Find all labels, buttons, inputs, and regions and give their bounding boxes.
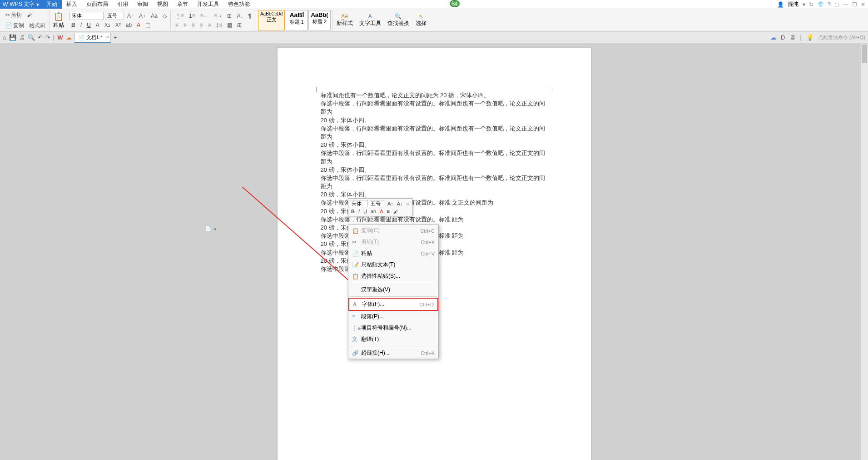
- menu-paste-text[interactable]: 📝 只粘贴文本(T): [348, 259, 438, 270]
- style-heading1[interactable]: AaBl 标题 1: [286, 10, 308, 30]
- strike-button[interactable]: A: [94, 21, 101, 29]
- shirt-icon[interactable]: 👕: [817, 1, 824, 8]
- side-widget[interactable]: 📄 ◂: [205, 225, 216, 232]
- sub-button[interactable]: X₂: [103, 21, 112, 29]
- align-center-button[interactable]: ≡: [182, 21, 188, 29]
- print-preview-icon[interactable]: 🔍: [28, 34, 35, 41]
- font-name-select[interactable]: [69, 12, 104, 20]
- align-right-button[interactable]: ≡: [190, 21, 197, 29]
- mini-fontcolor-button[interactable]: A: [378, 208, 384, 215]
- help-icon[interactable]: ?: [828, 1, 831, 8]
- document-tab[interactable]: 📄 文档1 * ×: [74, 33, 111, 43]
- char-border-button[interactable]: ⬚: [144, 21, 152, 29]
- redo-icon[interactable]: ↷: [45, 34, 50, 41]
- mini-grow-icon[interactable]: A↑: [386, 200, 395, 207]
- app-logo[interactable]: W WPS 文字 ▾: [0, 0, 42, 9]
- increase-indent-button[interactable]: ≡→: [212, 12, 224, 20]
- new-tab-icon[interactable]: +: [114, 34, 117, 41]
- decrease-indent-button[interactable]: ≡←: [198, 12, 210, 20]
- mini-underline-button[interactable]: U: [362, 208, 368, 215]
- sup-button[interactable]: X²: [114, 21, 123, 29]
- shrink-font-icon[interactable]: A↓: [137, 12, 148, 20]
- mini-list-icon[interactable]: ≡: [405, 200, 411, 207]
- style-heading2[interactable]: AaBb( 标题 2: [308, 10, 330, 30]
- menu-reconvert[interactable]: 汉字重选(V): [348, 284, 438, 295]
- menu-translate[interactable]: 文 翻译(T): [348, 334, 438, 345]
- scrollbar-thumb[interactable]: [862, 45, 867, 63]
- mini-size-select[interactable]: [369, 200, 385, 207]
- distribute-button[interactable]: ≡: [206, 21, 213, 29]
- new-style-button[interactable]: A̲A 新样式: [334, 12, 356, 28]
- menu-bullets-numbering[interactable]: ⋮≡ 项目符号和编号(N)...: [348, 322, 438, 334]
- tab-developer[interactable]: 开发工具: [193, 0, 223, 9]
- tab-review[interactable]: 审阅: [133, 0, 153, 9]
- sync-icon[interactable]: ↻: [809, 1, 813, 8]
- mini-font-select[interactable]: [350, 200, 368, 207]
- menu-hyperlink[interactable]: 🔗 超链接(H)... Ctrl+K: [348, 347, 438, 359]
- show-marks-button[interactable]: ¶: [246, 12, 253, 20]
- menu-paste-special[interactable]: 📋 选择性粘贴(S)...: [348, 270, 438, 282]
- mini-bold-button[interactable]: B: [350, 208, 356, 215]
- tab-special[interactable]: 特色功能: [223, 0, 254, 9]
- menu-paste[interactable]: 📄 粘贴 Ctrl+V: [348, 248, 438, 259]
- maximize-icon[interactable]: ☐: [852, 1, 857, 8]
- bulb-icon[interactable]: 💡: [806, 34, 813, 41]
- underline-button[interactable]: U: [85, 21, 93, 29]
- grow-font-icon[interactable]: A↑: [125, 12, 136, 20]
- d-icon[interactable]: D: [781, 34, 785, 41]
- mini-align-button[interactable]: ≡: [386, 208, 391, 215]
- tab-page-layout[interactable]: 页面布局: [82, 0, 113, 9]
- minimize-icon[interactable]: —: [843, 1, 848, 8]
- mini-italic-button[interactable]: I: [357, 208, 361, 215]
- line-spacing-button[interactable]: ‡≡: [214, 21, 224, 29]
- border-button[interactable]: ⊞: [235, 21, 243, 29]
- mini-shrink-icon[interactable]: A↓: [396, 200, 404, 207]
- clear-format-icon[interactable]: ◇: [161, 12, 169, 20]
- italic-button[interactable]: I: [79, 21, 84, 29]
- change-case-icon[interactable]: Aa: [149, 12, 159, 20]
- align-left-button[interactable]: ≡: [174, 21, 180, 29]
- bullets-button[interactable]: ⋮≡: [174, 12, 186, 20]
- wps-w-icon[interactable]: W: [57, 34, 63, 41]
- font-color-button[interactable]: A: [135, 21, 142, 29]
- monitor-icon[interactable]: 🖥: [789, 34, 795, 41]
- doc-tab-close-icon[interactable]: ×: [106, 34, 109, 40]
- user-avatar-icon[interactable]: 👤: [777, 1, 784, 8]
- print-icon[interactable]: 🖨: [19, 34, 25, 41]
- style-normal[interactable]: AaBbCcDd 正文: [258, 10, 285, 30]
- menu-cut[interactable]: ✂ 剪切(T) Ctrl+X: [348, 236, 438, 248]
- numbering-button[interactable]: 1≡: [187, 12, 197, 20]
- sort-button[interactable]: A↓: [235, 12, 245, 20]
- menu-font[interactable]: A 字体(F)... Ctrl+D: [348, 298, 438, 311]
- highlight-button[interactable]: ab: [124, 21, 134, 29]
- vertical-scrollbar[interactable]: [861, 44, 868, 460]
- shading-button[interactable]: ▦: [225, 21, 234, 29]
- home-icon[interactable]: ⌂: [3, 34, 6, 41]
- align-justify-button[interactable]: ≡: [198, 21, 205, 29]
- close-window-icon[interactable]: ✕: [861, 1, 865, 8]
- wps-cloud-icon[interactable]: ☁: [66, 34, 72, 41]
- find-replace-button[interactable]: 🔍 查找替换: [385, 12, 412, 28]
- tab-start[interactable]: 开始: [42, 0, 62, 9]
- format-painter-button[interactable]: 格式刷: [27, 21, 47, 30]
- font-size-select[interactable]: [105, 12, 124, 20]
- heart-icon[interactable]: ♥: [802, 1, 805, 8]
- copy-button[interactable]: 📄 复制: [4, 21, 26, 30]
- text-tools-button[interactable]: A 文字工具: [357, 12, 384, 28]
- tab-settings-button[interactable]: ⊞: [225, 12, 233, 20]
- bold-button[interactable]: B: [69, 21, 77, 29]
- mini-format-painter-button[interactable]: 🖌: [392, 208, 400, 215]
- screen-icon[interactable]: ▢: [834, 1, 839, 8]
- mini-highlight-button[interactable]: ab: [369, 208, 377, 215]
- app-dropdown-icon[interactable]: ▾: [36, 1, 39, 8]
- notification-badge[interactable]: 54: [450, 0, 460, 7]
- paste-button[interactable]: 📋 粘贴: [50, 10, 67, 30]
- search-hint[interactable]: 点此查找命令 (Alt+Q): [818, 34, 865, 41]
- cloud-icon[interactable]: ☁: [770, 34, 776, 41]
- cut-button[interactable]: ✂ 剪切: [4, 10, 24, 20]
- tab-view[interactable]: 视图: [153, 0, 173, 9]
- tab-chapter[interactable]: 章节: [173, 0, 193, 9]
- tab-references[interactable]: 引用: [113, 0, 133, 9]
- username[interactable]: 混沌: [788, 0, 799, 8]
- save-icon[interactable]: 💾: [9, 34, 16, 41]
